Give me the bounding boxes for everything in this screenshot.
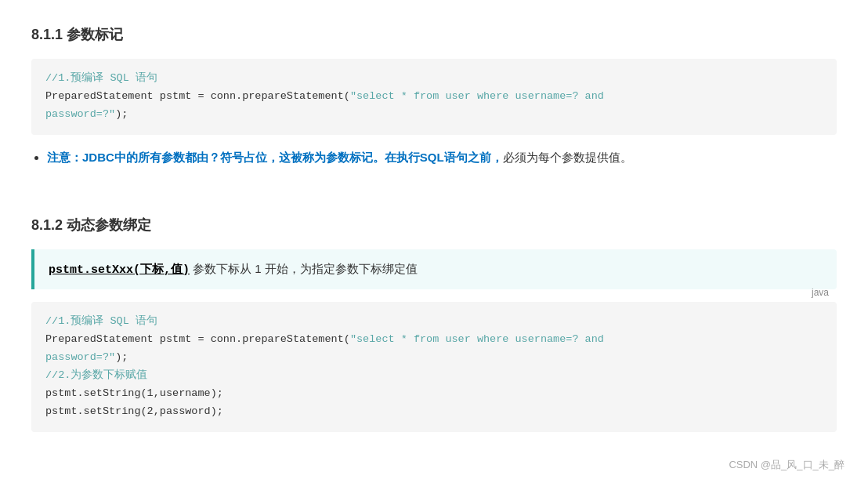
code-string-3: "select * from user where username=? and (350, 333, 604, 345)
code-black-1: PreparedStatement pstmt = conn.prepareSt… (45, 90, 350, 102)
section-811: 8.1.1 参数标记 //1.预编译 SQL 语句 PreparedStatem… (31, 24, 837, 167)
bullet-list-1: 注意：JDBC中的所有参数都由？符号占位，这被称为参数标记。在执行SQL语句之前… (47, 147, 837, 168)
section-811-title: 8.1.1 参数标记 (31, 24, 837, 46)
code-string-4: password=?" (45, 351, 115, 363)
bullet-normal: 必须为每个参数提供值。 (503, 151, 632, 164)
code-black-4: ); (115, 351, 128, 363)
watermark: CSDN @品_风_口_未_醉 (729, 457, 844, 474)
code-line-5: pstmt.setString(1,username); (45, 385, 823, 403)
section-812-num: 8.1.2 (31, 217, 67, 233)
code-comment-2: //1.预编译 SQL 语句 (45, 313, 823, 331)
callout-block: pstmt.setXxx(下标,值) 参数下标从 1 开始，为指定参数下标绑定值 (31, 249, 837, 290)
code-block-2: java //1.预编译 SQL 语句 PreparedStatement ps… (31, 302, 837, 432)
bullet-item-1: 注意：JDBC中的所有参数都由？符号占位，这被称为参数标记。在执行SQL语句之前… (47, 147, 837, 168)
code-block-1: //1.预编译 SQL 语句 PreparedStatement pstmt =… (31, 59, 837, 135)
code-string-1: "select * from user where username=? and (350, 90, 604, 102)
section-812: 8.1.2 动态参数绑定 pstmt.setXxx(下标,值) 参数下标从 1 … (31, 214, 837, 432)
code-comment-1: //1.预编译 SQL 语句 (45, 70, 823, 88)
section-811-num: 8.1.1 (31, 27, 67, 42)
bullet-bold: 注意：JDBC中的所有参数都由？符号占位，这被称为参数标记。在执行SQL语句之前… (47, 151, 503, 164)
callout-code: pstmt.setXxx(下标,值) (49, 263, 190, 277)
code-line-3: PreparedStatement pstmt = conn.prepareSt… (45, 331, 823, 349)
section-812-title: 8.1.2 动态参数绑定 (31, 214, 837, 237)
code-line-4: password=?"); (45, 349, 823, 367)
code-lang-java: java (812, 285, 829, 300)
callout-normal: 参数下标从 1 开始，为指定参数下标绑定值 (190, 262, 418, 275)
code-black-2: ); (115, 108, 128, 120)
code-string-2: password=?" (45, 108, 115, 120)
code-line-2: password=?"); (45, 106, 823, 124)
section-811-text: 参数标记 (67, 27, 123, 42)
code-comment-3: //2.为参数下标赋值 (45, 367, 823, 385)
section-812-text: 动态参数绑定 (67, 217, 151, 233)
code-line-1: PreparedStatement pstmt = conn.prepareSt… (45, 88, 823, 106)
code-line-6: pstmt.setString(2,password); (45, 403, 823, 421)
divider-1 (31, 183, 837, 191)
code-black-3: PreparedStatement pstmt = conn.prepareSt… (45, 333, 350, 345)
